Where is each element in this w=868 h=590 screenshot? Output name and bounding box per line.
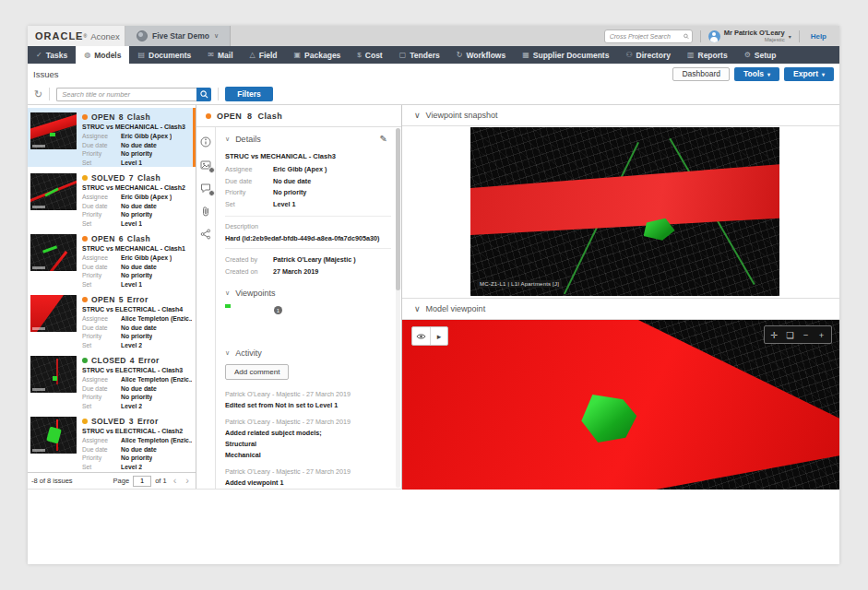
issue-card[interactable]: OPEN 6 Clash STRUC vs MECHANICAL - Clash…: [28, 230, 196, 289]
model-viewpoint-title: Model viewpoint: [426, 304, 486, 313]
nav-item-icon: △: [250, 51, 256, 59]
activity-feed: Patrick O'Leary - Majestic - 27 March 20…: [225, 390, 391, 489]
created-on-value: 27 March 2019: [273, 266, 318, 278]
set-value: Level 1: [121, 280, 142, 289]
issue-card[interactable]: OPEN 5 Error STRUC vs ELECTRICAL - Clash…: [28, 290, 196, 349]
set-value: Level 2: [121, 341, 142, 350]
zoom-in-icon[interactable]: +: [814, 326, 829, 343]
search-icon[interactable]: [684, 32, 689, 41]
issue-title: STRUC vs ELECTRICAL - Clash3: [82, 367, 192, 373]
collapse-icon[interactable]: ∨: [225, 289, 230, 297]
scrollbar[interactable]: [396, 128, 400, 488]
due-date-value: No due date: [121, 445, 157, 454]
nav-item-reports[interactable]: ▥ Reports: [679, 46, 736, 64]
field-label: Set: [225, 199, 273, 211]
field-label: Priority: [225, 187, 273, 199]
tools-button[interactable]: Tools▾: [734, 67, 779, 81]
issue-card[interactable]: CLOSED 4 Error STRUC vs ELECTRICAL - Cla…: [28, 351, 196, 410]
info-icon[interactable]: [200, 136, 211, 148]
issue-number: 7: [129, 173, 134, 183]
list-pagination: -8 of 8 issues Page of 1 ‹ ›: [28, 472, 196, 489]
issue-type: Clash: [127, 112, 150, 122]
related-models-icon[interactable]: [200, 229, 211, 240]
top-bar-right: Mr Patrick O'Leary Majestic ▾ Help: [604, 26, 839, 46]
assignee-value: Alice Templeton (Enzic...: [121, 375, 192, 384]
scrollbar-thumb[interactable]: [396, 128, 400, 290]
viewpoint-count-badge: 1: [274, 306, 282, 314]
edit-icon[interactable]: ✎: [380, 134, 391, 144]
expand-toolbar-icon[interactable]: ▸: [430, 327, 447, 345]
issue-type: Error: [127, 295, 149, 304]
search-icon: [200, 90, 208, 99]
next-page-icon[interactable]: ›: [183, 476, 192, 486]
export-button[interactable]: Export▾: [784, 67, 834, 81]
activity-text: Added related subject models;: [225, 429, 391, 437]
nav-item-documents[interactable]: ▤ Documents: [129, 46, 199, 64]
nav-item-icon: ✉: [208, 51, 214, 59]
issue-card[interactable]: SOLVED 3 Error STRUC vs ELECTRICAL - Cla…: [28, 412, 196, 471]
nav-item-label: Setup: [755, 51, 777, 60]
nav-item-packages[interactable]: ▣ Packages: [286, 46, 350, 64]
activity-text: Structural: [225, 440, 391, 448]
collapse-icon[interactable]: ∨: [414, 304, 421, 313]
nav-item-mail[interactable]: ✉ Mail: [199, 46, 241, 64]
nav-item-workflows[interactable]: ↻ Workflows: [448, 46, 515, 64]
visibility-eye-icon[interactable]: [412, 327, 430, 345]
issues-list: OPEN 8 Clash STRUC vs MECHANICAL - Clash…: [28, 108, 196, 473]
help-link[interactable]: Help: [807, 32, 830, 41]
activity-text: Added viewpoint 1: [225, 478, 391, 487]
activity-entry: Patrick O'Leary - Majestic - 27 March 20…: [225, 390, 391, 409]
model-viewpoint-stage: ▸ ✛ ❏ − +: [402, 320, 839, 490]
count-badge: [208, 167, 215, 173]
collapse-icon[interactable]: ∨: [225, 349, 230, 357]
refresh-icon[interactable]: ↻: [34, 89, 42, 100]
zoom-out-icon[interactable]: −: [798, 326, 814, 343]
nav-item-icon: ⚙: [744, 51, 751, 59]
attachment-icon[interactable]: [200, 206, 211, 217]
nav-item-supplier-documents[interactable]: ▦ Supplier Documents: [514, 46, 617, 64]
collapse-icon[interactable]: ∨: [225, 136, 230, 143]
nav-item-setup[interactable]: ⚙ Setup: [736, 46, 785, 64]
prev-page-icon[interactable]: ‹: [171, 476, 180, 486]
project-selector[interactable]: Five Star Demo ∨: [125, 26, 231, 46]
user-menu[interactable]: Mr Patrick O'Leary Majestic ▾: [708, 30, 791, 43]
page-of-label: of 1: [155, 477, 167, 485]
issue-detail-header: OPEN 8 Clash: [196, 105, 401, 127]
issue-card[interactable]: OPEN 8 Clash STRUC vs MECHANICAL - Clash…: [28, 108, 196, 167]
nav-item-directory[interactable]: ⚇ Directory: [617, 46, 679, 64]
nav-item-cost[interactable]: $ Cost: [349, 46, 390, 64]
snapshots-icon[interactable]: [200, 159, 211, 171]
nav-item-models[interactable]: ◍ Models: [76, 46, 129, 64]
pan-icon[interactable]: ✛: [767, 326, 782, 343]
filters-button[interactable]: Filters: [225, 87, 273, 101]
divider: [49, 88, 50, 100]
project-name: Five Star Demo: [152, 31, 209, 41]
due-date-value: No due date: [273, 176, 311, 188]
brand-text: ORACLE: [35, 30, 83, 41]
comments-icon[interactable]: [200, 183, 211, 194]
created-by-label: Created by: [225, 254, 273, 266]
orbit-cube-icon[interactable]: ❏: [782, 326, 798, 343]
detail-type: Clash: [258, 112, 283, 121]
cross-project-search[interactable]: [604, 30, 693, 43]
issue-type: Clash: [127, 234, 150, 243]
model-3d-view[interactable]: ▸ ✛ ❏ − +: [402, 320, 839, 490]
issue-search-input[interactable]: [56, 88, 196, 101]
viewpoint-snapshot-header: ∨ Viewpoint snapshot: [402, 105, 839, 126]
collapse-icon[interactable]: ∨: [414, 111, 421, 120]
page-input[interactable]: [133, 476, 151, 487]
viewpoint-thumbnail[interactable]: 1: [225, 304, 284, 339]
due-date-value: No due date: [121, 141, 157, 150]
nav-item-field[interactable]: △ Field: [242, 46, 286, 64]
chevron-down-icon: ▾: [789, 33, 791, 40]
due-date-value: No due date: [121, 324, 157, 333]
nav-item-tenders[interactable]: ▢ Tenders: [391, 46, 448, 64]
issue-card[interactable]: SOLVED 7 Clash STRUC vs MECHANICAL - Cla…: [28, 169, 196, 228]
dashboard-button[interactable]: Dashboard: [672, 67, 730, 81]
detail-status: OPEN: [217, 112, 242, 121]
search-button[interactable]: [196, 88, 211, 101]
nav-item-tasks[interactable]: ✓ Tasks: [28, 46, 76, 64]
cross-project-search-input[interactable]: [610, 33, 684, 40]
issue-type: Clash: [137, 173, 161, 183]
add-comment-button[interactable]: Add comment: [225, 364, 289, 380]
